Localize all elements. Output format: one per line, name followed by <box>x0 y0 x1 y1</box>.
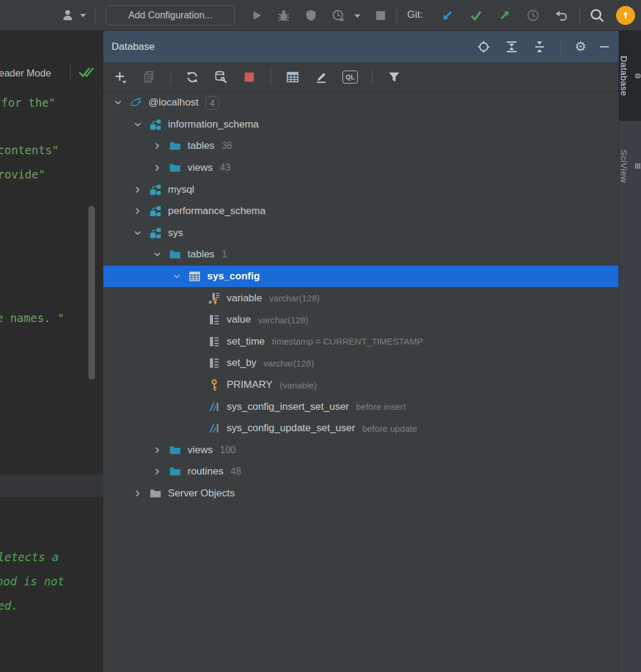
tree-row-set_by[interactable]: set_by varchar(128) <box>103 352 618 374</box>
chevron-down-icon[interactable] <box>129 227 147 239</box>
chevron-right-icon[interactable] <box>148 444 166 456</box>
chevron-right-icon[interactable] <box>129 205 147 217</box>
tree-row-PRIMARY[interactable]: PRIMARY (variable) <box>103 374 618 396</box>
tree-row-label: sys_config <box>207 270 260 282</box>
folder-icon <box>166 161 184 174</box>
add-configuration-button[interactable]: Add Configuration... <box>106 5 235 26</box>
chevron-right-icon[interactable] <box>148 466 166 477</box>
git-push-icon[interactable] <box>497 8 512 23</box>
chevron-down-icon[interactable] <box>148 249 166 260</box>
code-line: rovide" <box>0 168 45 181</box>
hide-icon[interactable] <box>600 46 609 47</box>
tree-row-tables[interactable]: tables 36 <box>103 135 618 157</box>
database-toolbar: QL <box>103 62 618 92</box>
tree-row-set_time[interactable]: set_time timestamp = CURRENT_TIMESTAMP <box>103 331 618 353</box>
tree-row-value[interactable]: value varchar(128) <box>103 309 618 331</box>
tree-row-performance_schema[interactable]: performance_schema <box>103 200 618 222</box>
chevron-right-icon[interactable] <box>148 162 166 174</box>
database-icon <box>632 73 641 79</box>
editor-scrollbar[interactable] <box>88 206 95 380</box>
data-view-icon[interactable] <box>285 70 300 84</box>
tree-row-routines[interactable]: routines 48 <box>103 461 618 483</box>
tree-row-views[interactable]: views 100 <box>103 439 618 461</box>
tree-row-type: varchar(128) <box>258 315 309 325</box>
tree-row-label: Server Objects <box>168 488 234 499</box>
tree-row-label: set_time <box>227 336 265 348</box>
tree-row-views[interactable]: views 43 <box>103 157 618 179</box>
tree-row-type: varchar(128) <box>264 358 314 368</box>
tree-row-sys[interactable]: sys <box>103 222 618 244</box>
stripe-tab-label: Database <box>619 56 629 96</box>
git-commit-icon[interactable] <box>469 8 483 23</box>
user-dropdown-caret-icon[interactable] <box>80 13 87 18</box>
tree-row-count: 100 <box>220 445 236 456</box>
chevron-down-icon[interactable] <box>129 119 147 130</box>
tree-row-count: 48 <box>230 466 241 477</box>
gear-icon[interactable]: ⚙ <box>575 40 586 53</box>
git-history-icon[interactable] <box>526 8 540 23</box>
double-check-icon[interactable] <box>77 65 96 80</box>
profiler-icon[interactable] <box>331 8 345 23</box>
tree-row-label: PRIMARY <box>227 379 272 391</box>
tree-row-label: @localhost <box>148 97 198 109</box>
chevron-down-icon[interactable] <box>109 97 127 109</box>
chevron-right-icon[interactable] <box>129 488 147 499</box>
edit-icon[interactable] <box>314 70 328 84</box>
expand-all-icon[interactable] <box>504 40 519 54</box>
tree-row-variable[interactable]: variable varchar(128) <box>103 287 618 309</box>
stripe-tab-sciview[interactable]: SciView <box>619 133 641 199</box>
toolbar-separator <box>95 7 96 24</box>
git-update-icon[interactable] <box>440 8 455 23</box>
main-toolbar: Add Configuration... Git: <box>0 0 641 31</box>
editor-header-separator <box>70 65 71 81</box>
chevron-right-icon[interactable] <box>148 140 166 152</box>
tree-row-type: (variable) <box>280 380 317 390</box>
collapse-all-icon[interactable] <box>532 40 547 54</box>
tree-row-@localhost[interactable]: @localhost 4 <box>103 92 618 114</box>
tree-row-sys_config_insert_set_user[interactable]: sys_config_insert_set_user before insert <box>103 396 618 418</box>
database-tree: @localhost 4 information_schema tables 3… <box>103 92 618 672</box>
locate-icon[interactable] <box>477 40 491 54</box>
datasource-properties-icon[interactable] <box>214 70 228 84</box>
tree-row-sys_config_update_set_user[interactable]: sys_config_update_set_user before update <box>103 418 618 439</box>
tree-row-tables[interactable]: tables 1 <box>103 244 618 266</box>
stop-icon[interactable] <box>373 8 388 23</box>
tree-row-label: sys_config_insert_set_user <box>227 401 349 413</box>
chevron-right-icon[interactable] <box>129 184 147 196</box>
tree-row-label: set_by <box>227 357 256 369</box>
code-comment-line: hod is not <box>0 575 64 588</box>
schema-icon <box>147 183 164 196</box>
debug-icon[interactable] <box>277 8 291 23</box>
trigger-icon <box>205 400 223 413</box>
chevron-down-icon[interactable] <box>168 270 186 282</box>
tree-row-count: 1 <box>221 249 227 260</box>
search-icon[interactable] <box>589 7 605 24</box>
tree-row-label: variable <box>227 292 262 304</box>
copy-icon[interactable] <box>142 70 156 84</box>
folder-icon <box>166 139 184 152</box>
tree-row-Server-Objects[interactable]: Server Objects <box>103 483 618 505</box>
coverage-icon[interactable] <box>304 8 318 23</box>
tree-row-mysql[interactable]: mysql <box>103 179 618 200</box>
stop-process-icon[interactable] <box>242 70 256 84</box>
update-available-icon[interactable] <box>616 6 635 25</box>
tree-row-sys_config[interactable]: sys_config <box>103 266 618 288</box>
filter-icon[interactable] <box>387 70 401 84</box>
database-tool-window-header[interactable]: Database ⚙ <box>103 31 618 62</box>
refresh-icon[interactable] <box>185 70 199 84</box>
profiler-dropdown-caret-icon[interactable] <box>354 14 361 18</box>
column-icon <box>205 335 223 348</box>
add-icon[interactable] <box>113 70 128 84</box>
column-icon <box>205 356 223 370</box>
stripe-tab-database[interactable]: Database <box>619 31 641 121</box>
mysql-icon <box>127 96 145 109</box>
ql-console-icon[interactable]: QL <box>342 71 358 84</box>
user-icon[interactable] <box>61 8 77 23</box>
folder-icon <box>166 248 184 261</box>
git-rollback-icon[interactable] <box>554 8 568 23</box>
table-icon <box>186 270 204 283</box>
tree-row-information_schema[interactable]: information_schema <box>103 114 618 136</box>
folder-icon <box>166 465 184 478</box>
toolbar-separator <box>579 7 580 24</box>
run-icon[interactable] <box>249 8 264 23</box>
